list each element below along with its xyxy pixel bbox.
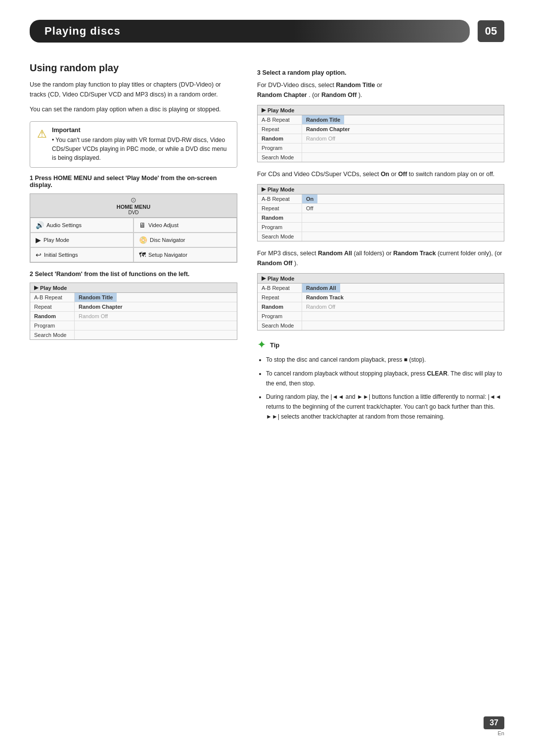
page-footer: 37 En [484, 716, 504, 736]
pm-value-repeat-dvd: Random Chapter [302, 125, 354, 134]
pm-label-repeat-cd: Repeat [258, 204, 302, 213]
step3-text3: . (or [309, 92, 321, 98]
step3-mp3-bold-track: Random Track [393, 250, 436, 257]
pm-label-abrepeat-dvd: A-B Repeat [258, 115, 302, 124]
pm-value-searchmode-dvd [302, 153, 310, 162]
pm-label-searchmode-left: Search Mode [30, 331, 75, 339]
pm-row-repeat-cd: Repeat Off [258, 204, 504, 213]
step3-mp3-text2: (all folders) or [354, 250, 393, 257]
pm-value-searchmode-cd [302, 232, 310, 241]
step3-cd-or: or [391, 171, 399, 178]
pm-label-repeat-mp3: Repeat [258, 293, 302, 302]
pm-title-dvd: Play Mode [267, 107, 294, 113]
pm-label-searchmode-dvd: Search Mode [258, 153, 302, 162]
pm-header-left: ▶ Play Mode [30, 283, 237, 293]
pm-label-random-mp3: Random [258, 302, 302, 311]
pm-label-abrepeat-cd: A-B Repeat [258, 194, 302, 203]
pm-icon-mp3: ▶ [262, 275, 266, 282]
play-mode-table-mp3: ▶ Play Mode A-B Repeat Random All Repeat… [257, 273, 504, 331]
play-mode-table-dvd: ▶ Play Mode A-B Repeat Random Title Repe… [257, 105, 504, 162]
intro-text-2: You can set the random play option when … [30, 104, 237, 114]
pm-label-random-cd: Random [258, 213, 302, 222]
pm-row-random-dvd: Random Random Off [258, 134, 504, 143]
pm-row-program-dvd: Program [258, 143, 504, 153]
pm-label-random-dvd: Random [258, 134, 302, 143]
step3-cd-rest: to switch random play on or off. [409, 171, 494, 178]
pm-label-program-dvd: Program [258, 143, 302, 152]
pm-label-program-cd: Program [258, 223, 302, 232]
home-menu-item-setup: 🗺 Setup Navigator [134, 247, 237, 262]
tip-icon: ✦ [257, 338, 266, 351]
page-title: Playing discs [44, 25, 121, 37]
pm-value-random-cd [302, 213, 310, 222]
setup-navigator-icon: 🗺 [139, 251, 146, 259]
setup-navigator-label: Setup Navigator [148, 252, 187, 258]
pm-value-searchmode-left [75, 331, 83, 339]
pm-value-random-left: Random Off [75, 312, 112, 321]
page-header: Playing discs 05 [30, 20, 504, 43]
step3-cd-bold-off: Off [398, 171, 407, 178]
step1-heading: 1 Press HOME MENU and select 'Play Mode'… [30, 175, 237, 189]
pm-label-random-left: Random [30, 312, 75, 321]
initial-settings-label: Initial Settings [44, 252, 78, 258]
pm-row-abrepeat-left: A-B Repeat Random Title [30, 293, 237, 302]
step3-mp3-bold-off: Random Off [257, 260, 293, 267]
step3-cd-bold-on: On [381, 171, 389, 178]
right-column: 3 Select a random play option. For DVD-V… [257, 62, 504, 426]
pm-icon-cd: ▶ [262, 186, 266, 192]
pm-value-repeat-mp3: Random Track [302, 293, 348, 302]
disc-navigator-icon: 📀 [139, 236, 147, 244]
home-menu-label: HOME MENU [117, 204, 150, 210]
step3-bold-random-title: Random Title [336, 82, 375, 89]
pm-title-left: Play Mode [40, 285, 67, 291]
tip-item-3: During random play, the |◄◄ and ►►| butt… [266, 392, 504, 422]
pm-value-searchmode-mp3 [302, 321, 310, 330]
pm-label-searchmode-mp3: Search Mode [258, 321, 302, 330]
home-menu-item-audio: 🔊 Audio Settings [30, 218, 134, 233]
pm-label-program-left: Program [30, 321, 75, 330]
pm-title-mp3: Play Mode [267, 276, 294, 282]
section-title: Using random play [30, 62, 237, 74]
home-menu-item-initial: ↩ Initial Settings [30, 247, 134, 262]
step3-bold-random-chapter: Random Chapter [257, 92, 307, 98]
pm-row-searchmode-cd: Search Mode [258, 232, 504, 241]
play-mode-icon: ▶ [36, 236, 41, 244]
important-content: Important • You can't use random play wi… [52, 127, 230, 162]
step3-bold-random-off: Random Off [321, 92, 357, 98]
pm-row-abrepeat-cd: A-B Repeat On [258, 194, 504, 204]
important-text: • You can't use random play with VR form… [52, 136, 230, 162]
tip-list: To stop the disc and cancel random playb… [257, 355, 504, 422]
pm-value-random-dvd: Random Off [302, 134, 339, 143]
step3-mp3-text4: ). [294, 260, 298, 267]
content-columns: Using random play Use the random play fu… [30, 62, 504, 426]
intro-text-1: Use the random play function to play tit… [30, 80, 237, 99]
pm-title-cd: Play Mode [267, 187, 294, 192]
tip-box: ✦ Tip To stop the disc and cancel random… [257, 338, 504, 422]
pm-row-program-left: Program [30, 321, 237, 331]
step3-text4: ). [358, 92, 362, 98]
pm-header-dvd: ▶ Play Mode [258, 105, 504, 115]
pm-value-random-mp3: Random Off [302, 302, 339, 311]
page-title-bar: Playing discs [30, 20, 470, 43]
step3-mp3-intro: For MP3 discs, select [257, 250, 318, 257]
pm-row-repeat-mp3: Repeat Random Track [258, 293, 504, 302]
important-box: ⚠ Important • You can't use random play … [30, 121, 237, 168]
tip-item-1: To stop the disc and cancel random playb… [266, 355, 504, 365]
pm-label-program-mp3: Program [258, 312, 302, 321]
pm-row-program-cd: Program [258, 223, 504, 232]
pm-label-searchmode-cd: Search Mode [258, 232, 302, 241]
home-menu-title-row: ⊙ HOME MENU DVD [30, 194, 237, 218]
step3-mp3-bold-all: Random All [318, 250, 352, 257]
pm-row-repeat-dvd: Repeat Random Chapter [258, 125, 504, 134]
page-number: 37 [484, 716, 504, 729]
pm-row-random-cd: Random [258, 213, 504, 223]
step3-text2: or [377, 82, 382, 89]
pm-header-cd: ▶ Play Mode [258, 185, 504, 194]
play-mode-label: Play Mode [44, 237, 69, 243]
pm-row-random-left: Random Random Off [30, 312, 237, 321]
audio-settings-icon: 🔊 [36, 221, 44, 229]
pm-value-program-left [75, 321, 83, 330]
step3-mp3-text3: (current folder only), (or [438, 250, 502, 257]
pm-row-abrepeat-mp3: A-B Repeat Random All [258, 284, 504, 293]
pm-row-repeat-left: Repeat Random Chapter [30, 302, 237, 312]
